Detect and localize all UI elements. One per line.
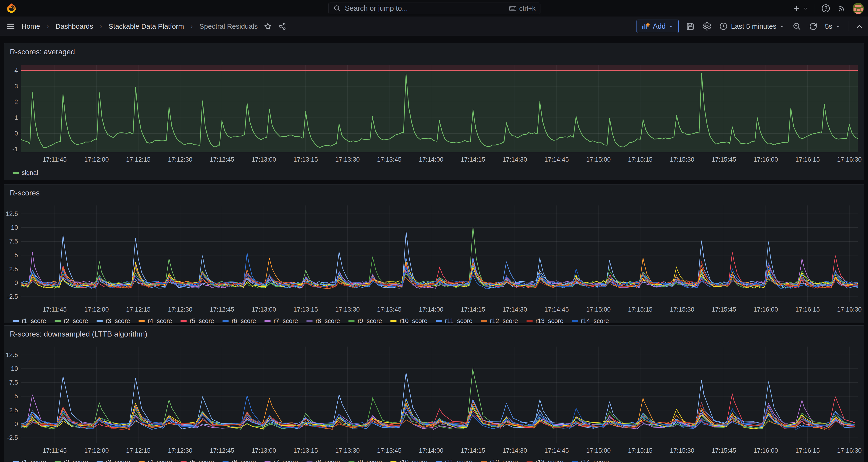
y-axis-tick: 0 [14, 279, 18, 286]
time-range-picker[interactable]: Last 5 minutes [719, 22, 785, 31]
x-axis-tick: 17:14:00 [419, 306, 443, 313]
breadcrumb-dashboards[interactable]: Dashboards [56, 22, 93, 30]
settings-gear-icon[interactable] [702, 22, 712, 31]
legend-item-signal[interactable]: signal [12, 169, 38, 177]
legend-item-r1_score[interactable]: r1_score [12, 459, 46, 462]
x-axis-tick: 17:15:30 [670, 156, 694, 163]
timeseries-chart[interactable]: 12.5107.552.50-2.517:11:4517:12:0017:12:… [4, 340, 864, 456]
timeseries-chart[interactable]: 12.5107.552.50-2.517:11:4517:12:0017:12:… [4, 198, 864, 315]
legend-swatch [222, 320, 229, 322]
legend-swatch [526, 320, 533, 322]
legend-item-r7_score[interactable]: r7_score [265, 459, 298, 462]
user-avatar[interactable] [852, 3, 864, 14]
series-line-r7_score [21, 395, 855, 429]
menu-hamburger-icon[interactable] [6, 22, 16, 31]
legend-swatch [12, 172, 19, 174]
x-axis-tick: 17:12:00 [84, 447, 108, 454]
x-axis-tick: 17:12:15 [126, 306, 151, 313]
legend-item-r7_score[interactable]: r7_score [265, 317, 298, 325]
share-icon[interactable] [278, 22, 286, 31]
legend-item-r12_score[interactable]: r12_score [481, 459, 518, 462]
legend-label: r12_score [490, 459, 518, 462]
x-axis-tick: 17:15:00 [586, 156, 611, 163]
keyboard-icon [508, 4, 517, 12]
legend-item-r11_score[interactable]: r11_score [436, 459, 473, 462]
x-axis-tick: 17:14:15 [461, 156, 485, 163]
legend-item-r14_score[interactable]: r14_score [572, 317, 609, 325]
y-axis-tick: 1 [14, 114, 18, 121]
kiosk-chevron-up-icon[interactable] [856, 22, 863, 30]
x-axis-tick: 17:13:30 [335, 306, 360, 313]
legend-item-r4_score[interactable]: r4_score [138, 459, 172, 462]
legend-item-r3_score[interactable]: r3_score [96, 317, 130, 325]
legend-item-r11_score[interactable]: r11_score [436, 317, 473, 325]
refresh-interval-dropdown[interactable]: 5s [825, 22, 841, 30]
x-axis-tick: 17:12:30 [168, 156, 192, 163]
legend-item-r9_score[interactable]: r9_score [348, 317, 382, 325]
legend-item-r3_score[interactable]: r3_score [96, 459, 130, 462]
search-input[interactable]: Search or jump to... ctrl+k [328, 3, 540, 14]
panel-title: R-scores: downsampled (LTTB algorithm) [4, 326, 864, 340]
timeseries-chart[interactable]: 43210-117:11:4517:12:0017:12:1517:12:301… [4, 57, 864, 167]
legend-swatch [96, 461, 103, 462]
legend-item-r13_score[interactable]: r13_score [526, 317, 563, 325]
legend-label: r3_score [105, 459, 130, 462]
legend-label: r12_score [490, 317, 518, 325]
x-axis-tick: 17:16:15 [795, 306, 820, 313]
legend-label: r10_score [399, 459, 427, 462]
x-axis-tick: 17:15:45 [712, 156, 736, 163]
refresh-icon[interactable] [809, 22, 818, 31]
y-axis-tick: 2.5 [9, 407, 18, 414]
breadcrumb-folder[interactable]: Stackable Data Platform [108, 22, 184, 30]
legend-label: r2_score [64, 317, 88, 325]
grafana-logo-icon[interactable] [6, 3, 17, 14]
y-axis-tick: 10 [11, 365, 18, 372]
x-axis-tick: 17:16:00 [753, 447, 778, 454]
legend-swatch [390, 320, 397, 322]
breadcrumb-home[interactable]: Home [22, 22, 40, 30]
legend-item-r13_score[interactable]: r13_score [526, 459, 563, 462]
legend-item-r8_score[interactable]: r8_score [306, 459, 340, 462]
legend-item-r6_score[interactable]: r6_score [222, 317, 256, 325]
legend-swatch [348, 461, 354, 462]
y-axis-tick: -2.5 [7, 434, 18, 441]
save-dashboard-icon[interactable] [686, 22, 695, 31]
star-icon[interactable] [264, 22, 272, 31]
legend-item-r8_score[interactable]: r8_score [306, 317, 340, 325]
panel-legend: r1_scorer2_scorer3_scorer4_scorer5_score… [4, 457, 864, 462]
x-axis-tick: 17:14:45 [545, 447, 569, 454]
legend-item-r5_score[interactable]: r5_score [181, 459, 214, 462]
legend-swatch [265, 461, 271, 462]
breadcrumb-separator: › [99, 22, 102, 30]
legend-swatch [265, 320, 271, 322]
x-axis-tick: 17:14:45 [545, 156, 569, 163]
legend-item-r14_score[interactable]: r14_score [572, 459, 609, 462]
legend-label: r5_score [190, 459, 214, 462]
legend-item-r6_score[interactable]: r6_score [222, 459, 256, 462]
legend-swatch [55, 461, 61, 462]
add-panel-button[interactable]: Add [637, 20, 679, 33]
x-axis-tick: 17:13:30 [335, 156, 360, 163]
legend-label: r9_score [358, 459, 382, 462]
legend-item-r10_score[interactable]: r10_score [390, 317, 427, 325]
legend-item-r2_score[interactable]: r2_score [55, 459, 88, 462]
legend-label: r9_score [358, 317, 382, 325]
zoom-out-icon[interactable] [792, 22, 802, 31]
add-menu-button[interactable] [792, 4, 809, 13]
legend-item-r5_score[interactable]: r5_score [181, 317, 214, 325]
legend-item-r2_score[interactable]: r2_score [55, 317, 88, 325]
legend-swatch [12, 320, 19, 322]
search-icon [333, 4, 341, 12]
legend-item-r1_score[interactable]: r1_score [12, 317, 46, 325]
legend-item-r9_score[interactable]: r9_score [348, 459, 382, 462]
legend-swatch [96, 320, 103, 322]
x-axis-tick: 17:11:45 [43, 306, 67, 313]
help-icon[interactable] [821, 3, 831, 13]
legend-item-r4_score[interactable]: r4_score [138, 317, 172, 325]
legend-label: r14_score [581, 459, 609, 462]
x-axis-tick: 17:14:45 [545, 306, 569, 313]
news-rss-icon[interactable] [837, 3, 846, 13]
legend-item-r10_score[interactable]: r10_score [390, 459, 427, 462]
y-axis-tick: 3 [14, 83, 18, 90]
legend-item-r12_score[interactable]: r12_score [481, 317, 518, 325]
